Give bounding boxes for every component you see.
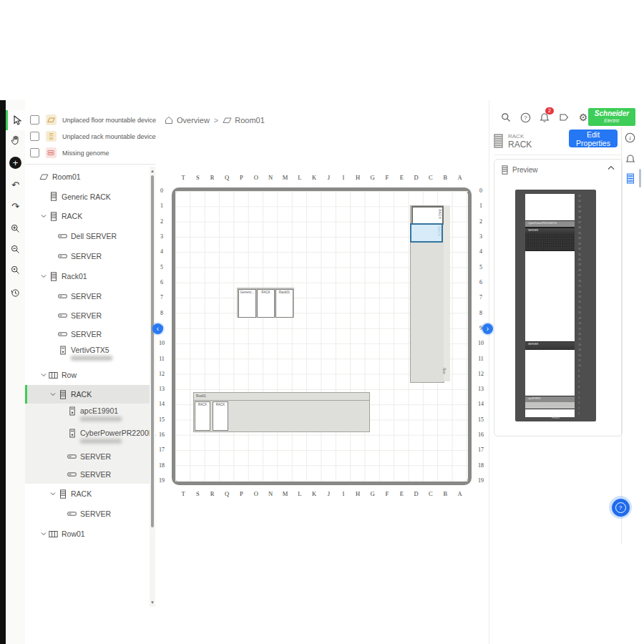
u-position-label: 32 — [577, 247, 586, 252]
info-icon[interactable]: i — [624, 132, 636, 144]
filter-unplaced-rack[interactable]: Unplaced rack mountable devices — [25, 128, 155, 145]
tree-item-label: apcE19901 — [80, 406, 122, 415]
rack-device[interactable]: apcE19901 — [525, 396, 575, 402]
tree-item-server[interactable]: SERVER — [25, 464, 150, 484]
zoom-fit-icon — [11, 265, 20, 275]
question-icon: ? — [615, 502, 626, 513]
chevron-down-icon[interactable] — [49, 391, 57, 397]
tree-item-label: SERVER — [80, 470, 111, 479]
search-icon[interactable] — [499, 111, 512, 124]
canvas-rack-generic[interactable]: Generic... — [238, 289, 256, 318]
tree-filter-box: Unplaced floor mountable devices Unplace… — [25, 107, 155, 165]
pointer-tool-button[interactable] — [6, 110, 25, 130]
canvas-rack-selected[interactable]: RACK — [410, 223, 443, 243]
tree-item-server[interactable]: SERVER — [25, 246, 150, 266]
tree-scrollbar[interactable]: ▲ ▼ — [150, 167, 155, 607]
collapse-left-panel-handle[interactable]: ‹ — [152, 323, 163, 334]
tree-item-rack[interactable]: RACK — [25, 206, 150, 226]
u-position-label: 13 — [577, 348, 586, 353]
rack-device[interactable]: CyberPowerPR2200RTXL — [525, 220, 575, 228]
grid-column-label: S — [190, 490, 205, 497]
help-fab-button[interactable]: ? — [609, 496, 632, 519]
breadcrumb-room[interactable]: Room01 — [235, 116, 265, 125]
feedback-tag-icon[interactable] — [557, 111, 570, 124]
tree-item-label: SERVER — [80, 452, 111, 461]
grid-column-label: L — [293, 490, 307, 497]
alarm-bell-icon[interactable] — [624, 152, 636, 165]
tree-item-server[interactable]: SERVER — [25, 504, 150, 524]
tree-item-apce19901[interactable]: apcE19901 — [25, 404, 150, 426]
tree-item-room01[interactable]: Room01 — [25, 167, 150, 187]
chevron-up-icon[interactable] — [608, 165, 615, 170]
edit-properties-button[interactable]: Edit Properties — [569, 130, 618, 147]
canvas-rack-top[interactable]: RACK — [411, 206, 444, 225]
tree-item-dell-server[interactable]: Dell SERVER — [25, 226, 150, 246]
chevron-down-icon[interactable] — [39, 273, 48, 279]
breadcrumb-overview[interactable]: Overview — [177, 116, 210, 125]
rack-device[interactable]: SERVER — [525, 228, 575, 234]
tree-item-rack[interactable]: RACK — [25, 484, 150, 504]
notifications-bell-icon[interactable]: 2 — [538, 111, 551, 124]
rack-panel-icon[interactable] — [624, 172, 636, 185]
undo-button[interactable]: ↶ — [6, 175, 25, 195]
checkbox-missing-genome[interactable] — [30, 148, 39, 157]
tree-item-server[interactable]: SERVER — [25, 306, 150, 326]
pan-tool-button[interactable] — [6, 130, 25, 150]
u-position-label: 7 — [577, 380, 586, 385]
server-icon — [57, 253, 68, 260]
filter-unplaced-floor[interactable]: Unplaced floor mountable devices — [25, 112, 155, 128]
tree-item-server[interactable]: SERVER — [25, 286, 150, 306]
tree-item-row[interactable]: Row — [25, 365, 150, 385]
redo-button[interactable]: ↷ — [6, 196, 25, 216]
home-icon[interactable] — [165, 116, 173, 125]
zoom-out-icon — [11, 245, 20, 254]
checkbox-unplaced-rack[interactable] — [30, 132, 39, 141]
tree-item-server[interactable]: SERVER — [25, 449, 150, 464]
tree-item-generic-rack[interactable]: Generic RACK — [25, 187, 150, 206]
help-icon[interactable]: ? — [519, 111, 532, 124]
grid-row-label: 6 — [157, 279, 166, 286]
add-device-button[interactable]: + — [6, 152, 25, 172]
grid-row-label: 6 — [477, 279, 485, 286]
tree-item-vertivgtx5[interactable]: VertivGTX5 — [25, 343, 150, 365]
grid-row-label: 19 — [157, 477, 166, 484]
chevron-down-icon[interactable] — [39, 213, 48, 219]
u-position-label: 6 — [577, 385, 586, 390]
filter-missing-genome[interactable]: Missing genome — [25, 145, 155, 161]
rack-device[interactable] — [525, 402, 575, 409]
tree-item-rack01[interactable]: Rack01 — [25, 266, 150, 286]
grid-row-label: 10 — [157, 340, 166, 346]
filter-label: Unplaced floor mountable devices — [62, 117, 160, 124]
grid-row-label: 5 — [477, 264, 485, 270]
tree-item-cyberpowerpr2200r-[interactable]: CyberPowerPR2200R... — [25, 426, 150, 449]
rack-device[interactable] — [525, 234, 575, 251]
rack-device[interactable]: SERVER — [525, 341, 575, 350]
tree-item-server[interactable]: SERVER — [25, 326, 150, 343]
grid-column-label: M — [278, 490, 292, 497]
scroll-up-icon[interactable]: ▲ — [150, 168, 155, 174]
room-icon — [39, 173, 49, 180]
chevron-down-icon[interactable] — [39, 531, 48, 537]
zoom-in-button[interactable] — [6, 218, 25, 238]
tree-scrollbar-thumb[interactable] — [151, 175, 154, 527]
server-icon — [57, 331, 68, 338]
history-button[interactable] — [6, 283, 25, 303]
scroll-down-icon[interactable]: ▼ — [150, 600, 155, 605]
tree-item-rack[interactable]: RACK — [25, 385, 152, 404]
device-label: SERVER — [525, 342, 575, 346]
zoom-fit-button[interactable] — [6, 260, 25, 280]
rack-icon — [48, 192, 59, 201]
tree-item-row01[interactable]: Row01 — [25, 524, 150, 544]
canvas-rack-rack[interactable]: RACK — [257, 289, 275, 318]
chevron-down-icon[interactable] — [39, 372, 48, 378]
checkbox-unplaced-floor[interactable] — [30, 115, 39, 125]
expand-right-panel-handle[interactable]: › — [482, 323, 493, 334]
canvas-rack-row01-a[interactable]: RACK — [195, 401, 210, 431]
canvas-rack-row01-b[interactable]: RACK — [213, 401, 228, 431]
zoom-out-button[interactable] — [6, 239, 25, 259]
canvas-rack-rack01[interactable]: Rack01 — [275, 289, 293, 318]
chevron-down-icon[interactable] — [49, 491, 57, 497]
breadcrumb: Overview > Room01 — [165, 116, 265, 125]
tree-item-label: Row01 — [62, 530, 85, 538]
grid-row-label: 3 — [477, 233, 485, 240]
